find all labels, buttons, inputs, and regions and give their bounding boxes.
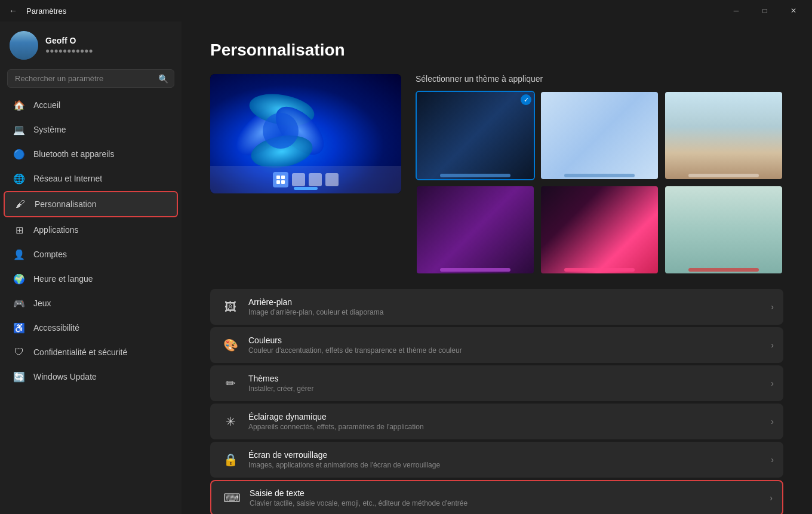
nav-icon-confidentialite: 🛡 <box>13 346 25 358</box>
mini-tb-bar-3 <box>688 174 759 177</box>
settings-item-ecran-verrouillage[interactable]: 🔒 Écran de verrouillage Images, applicat… <box>210 442 783 478</box>
settings-desc-couleurs: Couleur d'accentuation, effets de transp… <box>248 346 764 355</box>
settings-icon-arriere-plan: 🖼 <box>220 296 241 318</box>
theme-thumb-1[interactable]: ✓ <box>416 91 535 180</box>
sidebar-item-heure[interactable]: 🌍 Heure et langue <box>4 267 178 291</box>
settings-icon-themes: ✏ <box>220 373 241 394</box>
settings-icon-eclairage: ✳ <box>220 411 241 432</box>
svg-rect-7 <box>276 180 280 184</box>
settings-text-themes: Thèmes Installer, créer, gérer <box>248 374 764 393</box>
nav-icon-applications: ⊞ <box>13 224 25 236</box>
theme-thumb-4[interactable] <box>416 185 535 275</box>
mini-taskbar-3 <box>665 172 782 179</box>
settings-item-arriere-plan[interactable]: 🖼 Arrière-plan Image d'arrière-plan, cou… <box>210 289 783 325</box>
svg-rect-6 <box>281 176 285 179</box>
nav-label-systeme: Système <box>33 125 66 134</box>
sidebar-item-personnalisation[interactable]: 🖌 Personnalisation <box>4 191 178 217</box>
settings-text-arriere-plan: Arrière-plan Image d'arrière-plan, coule… <box>248 297 764 316</box>
search-input[interactable] <box>7 69 174 88</box>
settings-item-saisie-texte[interactable]: ⌨ Saisie de texte Clavier tactile, saisi… <box>210 480 783 514</box>
preview-taskbar <box>210 166 401 193</box>
settings-list: 🖼 Arrière-plan Image d'arrière-plan, cou… <box>210 289 783 514</box>
theme-thumb-3[interactable] <box>664 91 783 180</box>
mini-tb-bar-6 <box>688 268 759 272</box>
nav-label-confidentialite: Confidentialité et sécurité <box>33 347 127 357</box>
sidebar-item-systeme[interactable]: 💻 Système <box>4 118 178 141</box>
mini-taskbar-1 <box>417 172 534 179</box>
preview-tb-icon1 <box>292 173 305 186</box>
nav-label-accueil: Accueil <box>33 100 60 110</box>
sidebar-item-jeux[interactable]: 🎮 Jeux <box>4 291 178 315</box>
preview-tb-icon3 <box>325 173 339 186</box>
avatar <box>10 31 38 60</box>
settings-icon-saisie-texte: ⌨ <box>221 487 242 509</box>
sidebar: Geoff O ●●●●●●●●●●● 🔍 🏠 Accueil 💻 Systèm… <box>0 21 182 514</box>
sidebar-item-accessibilite[interactable]: ♿ Accessibilité <box>4 316 178 340</box>
theme-section: Sélectionner un thème à appliquer ✓ <box>210 74 783 275</box>
back-button[interactable]: ← <box>5 2 21 19</box>
preview-background <box>210 74 401 193</box>
settings-item-themes[interactable]: ✏ Thèmes Installer, créer, gérer › <box>210 365 783 401</box>
titlebar-left: ← Paramètres <box>5 2 66 19</box>
theme-bg-6 <box>665 186 782 273</box>
settings-desc-arriere-plan: Image d'arrière-plan, couleur et diapora… <box>248 308 764 316</box>
sidebar-item-comptes[interactable]: 👤 Comptes <box>4 242 178 266</box>
preview-taskbar-indicator <box>294 187 318 190</box>
settings-title-eclairage: Éclairage dynamique <box>248 412 764 421</box>
minimize-button[interactable]: ─ <box>722 1 750 20</box>
mini-taskbar-4 <box>417 266 534 273</box>
nav-label-applications: Applications <box>33 225 79 235</box>
sidebar-item-reseau[interactable]: 🌐 Réseau et Internet <box>4 167 178 190</box>
mini-tb-bar-4 <box>440 268 510 272</box>
settings-title-arriere-plan: Arrière-plan <box>248 297 764 307</box>
user-email: ●●●●●●●●●●● <box>45 47 93 55</box>
main-content: Personnalisation <box>182 21 812 514</box>
settings-item-eclairage[interactable]: ✳ Éclairage dynamique Appareils connecté… <box>210 404 783 439</box>
settings-desc-themes: Installer, créer, gérer <box>248 384 764 393</box>
mini-taskbar-5 <box>541 266 658 273</box>
nav-label-windows-update: Windows Update <box>33 372 97 381</box>
settings-title-saisie-texte: Saisie de texte <box>250 488 762 498</box>
sidebar-item-windows-update[interactable]: 🔄 Windows Update <box>4 365 178 389</box>
settings-item-couleurs[interactable]: 🎨 Couleurs Couleur d'accentuation, effet… <box>210 327 783 363</box>
settings-title-themes: Thèmes <box>248 374 764 383</box>
chevron-right-icon-arriere-plan: › <box>771 302 774 312</box>
sidebar-item-bluetooth[interactable]: 🔵 Bluetooth et appareils <box>4 142 178 166</box>
themes-grid: ✓ <box>416 91 783 275</box>
chevron-right-icon-ecran-verrouillage: › <box>771 455 774 464</box>
titlebar: ← Paramètres ─ □ ✕ <box>0 0 812 21</box>
svg-point-4 <box>263 113 299 149</box>
close-button[interactable]: ✕ <box>780 1 807 20</box>
nav-label-heure: Heure et langue <box>33 274 93 284</box>
theme-bg-4 <box>417 186 534 273</box>
nav-label-personnalisation: Personnalisation <box>35 199 97 209</box>
sidebar-item-applications[interactable]: ⊞ Applications <box>4 218 178 242</box>
sidebar-item-accueil[interactable]: 🏠 Accueil <box>4 93 178 117</box>
nav-icon-jeux: 🎮 <box>13 297 25 309</box>
theme-bg-2 <box>541 92 658 179</box>
settings-icon-couleurs: 🎨 <box>220 334 241 356</box>
preview-tb-icon2 <box>309 173 322 186</box>
settings-text-couleurs: Couleurs Couleur d'accentuation, effets … <box>248 336 764 355</box>
chevron-right-icon-eclairage: › <box>771 417 774 426</box>
nav-icon-accueil: 🏠 <box>13 99 25 111</box>
page-title: Personnalisation <box>210 41 783 60</box>
sidebar-nav: 🏠 Accueil 💻 Système 🔵 Bluetooth et appar… <box>0 93 182 389</box>
titlebar-title: Paramètres <box>26 7 66 16</box>
maximize-button[interactable]: □ <box>751 1 779 20</box>
sidebar-item-confidentialite[interactable]: 🛡 Confidentialité et sécurité <box>4 340 178 364</box>
app-body: Geoff O ●●●●●●●●●●● 🔍 🏠 Accueil 💻 Systèm… <box>0 21 812 514</box>
theme-thumb-2[interactable] <box>540 91 659 180</box>
search-icon: 🔍 <box>158 74 168 84</box>
theme-bg-1 <box>417 92 534 179</box>
settings-desc-ecran-verrouillage: Images, applications et animations de l'… <box>248 461 764 469</box>
nav-icon-personnalisation: 🖌 <box>14 198 26 210</box>
chevron-right-icon-saisie-texte: › <box>770 493 773 503</box>
search-box: 🔍 <box>7 69 174 88</box>
nav-label-jeux: Jeux <box>33 298 51 308</box>
theme-select-section: Sélectionner un thème à appliquer ✓ <box>416 74 783 275</box>
theme-thumb-5[interactable] <box>540 185 659 275</box>
nav-label-reseau: Réseau et Internet <box>33 174 102 183</box>
theme-bg-3 <box>665 92 782 179</box>
theme-thumb-6[interactable] <box>664 185 783 275</box>
